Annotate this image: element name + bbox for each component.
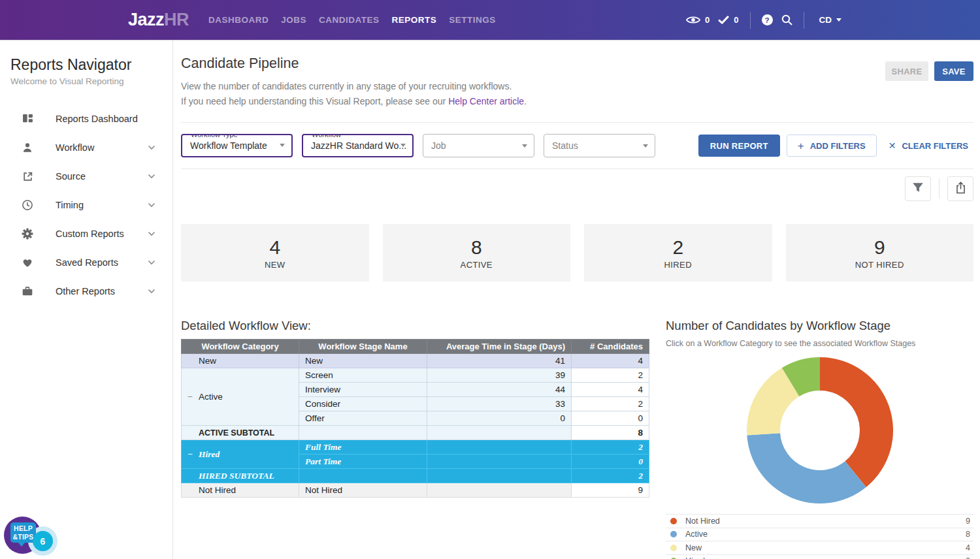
main-content: Candidate Pipeline View the number of ca… bbox=[173, 40, 980, 559]
clock-icon bbox=[21, 199, 34, 211]
table-cell: 0 bbox=[572, 411, 649, 426]
donut-slice-not-hired[interactable] bbox=[820, 357, 893, 487]
table-cell: 9 bbox=[572, 483, 649, 498]
table-cell: New bbox=[299, 354, 427, 368]
column-header: Workflow Category bbox=[182, 340, 299, 354]
table-cell: 4 bbox=[572, 354, 649, 368]
add-filters-button[interactable]: +ADD FILTERS bbox=[787, 135, 877, 157]
table-cell bbox=[299, 469, 427, 483]
sidebar-item-workflow[interactable]: Workflow bbox=[0, 133, 172, 162]
table-cell: Interview bbox=[299, 383, 427, 397]
tasks-count: 0 bbox=[734, 15, 738, 25]
chevron-down-icon bbox=[643, 144, 648, 148]
jazzhr-logo[interactable]: JazzHR bbox=[128, 10, 189, 30]
export-button[interactable] bbox=[947, 176, 973, 201]
sidebar-item-label: Saved Reports bbox=[56, 257, 118, 268]
filter-toggle-button[interactable] bbox=[905, 176, 931, 201]
clear-filters-button[interactable]: ✕CLEAR FILTERS bbox=[883, 140, 973, 151]
job-placeholder: Job bbox=[431, 140, 446, 151]
sidebar-item-label: Reports Dashboard bbox=[56, 114, 138, 124]
job-select[interactable]: Job bbox=[423, 134, 534, 157]
search-icon[interactable] bbox=[781, 14, 792, 25]
legend-item-active[interactable]: Active 8 bbox=[666, 528, 973, 541]
table-cell: 0 bbox=[572, 455, 649, 469]
stat-label: HIRED bbox=[664, 260, 692, 270]
collapse-icon[interactable]: − bbox=[188, 449, 199, 460]
table-row[interactable]: NewNew414 bbox=[182, 354, 649, 368]
report-header-text: Candidate Pipeline View the number of ca… bbox=[181, 56, 527, 109]
nav-link-reports[interactable]: REPORTS bbox=[392, 15, 437, 25]
help-tips-widget[interactable]: HELP &TIPS 6 bbox=[4, 515, 59, 558]
page-title: Candidate Pipeline bbox=[181, 56, 527, 72]
status-select[interactable]: Status bbox=[544, 134, 655, 157]
stat-card-active[interactable]: 8 ACTIVE bbox=[383, 224, 571, 281]
table-cell: 2 bbox=[572, 397, 649, 411]
table-row[interactable]: HIRED SUBTOTAL2 bbox=[182, 469, 649, 483]
collapse-icon[interactable]: − bbox=[188, 392, 199, 402]
sidebar-item-reports-dashboard[interactable]: Reports Dashboard bbox=[0, 104, 172, 133]
export-icon bbox=[955, 182, 966, 197]
chart-subtitle: Click on a Workflow Category to see the … bbox=[666, 339, 973, 348]
table-cell: Offer bbox=[299, 411, 427, 426]
summary-cards: 4 NEW 8 ACTIVE 2 HIRED 9 NOT HIRED bbox=[181, 224, 973, 281]
sidebar-item-saved-reports[interactable]: Saved Reports bbox=[0, 248, 172, 277]
chart-legend: Not Hired 9 Active 8 New 4 Hired 2 bbox=[666, 514, 973, 559]
legend-label: New bbox=[685, 543, 702, 552]
donut-slice-active[interactable] bbox=[747, 433, 866, 503]
table-cell: −Active bbox=[182, 368, 299, 426]
stat-label: NOT HIRED bbox=[855, 260, 904, 270]
legend-item-new[interactable]: New 4 bbox=[666, 541, 973, 554]
stat-card-not-hired[interactable]: 9 NOT HIRED bbox=[786, 224, 974, 281]
table-cell: Not Hired bbox=[299, 483, 427, 498]
column-header: # Candidates bbox=[572, 340, 649, 354]
help-center-link[interactable]: Help Center article bbox=[448, 96, 524, 106]
report-tools bbox=[181, 176, 973, 201]
workflow-select[interactable]: Workflow JazzHR Standard Wo... bbox=[302, 134, 414, 157]
table-row[interactable]: −HiredFull Time2 bbox=[182, 440, 649, 455]
donut-chart[interactable] bbox=[666, 350, 973, 511]
chart-title: Number of Candidates by Workflow Stage bbox=[666, 319, 973, 333]
stat-card-hired[interactable]: 2 HIRED bbox=[584, 224, 772, 281]
chevron-down-icon bbox=[148, 231, 155, 236]
sidebar-item-source[interactable]: Source bbox=[0, 162, 172, 191]
table-cell: −Hired bbox=[182, 440, 299, 469]
jazzhr-app: JazzHR DASHBOARDJOBSCANDIDATESREPORTSSET… bbox=[0, 0, 980, 559]
table-cell bbox=[427, 483, 572, 498]
save-button[interactable]: SAVE bbox=[934, 61, 973, 81]
nav-link-settings[interactable]: SETTINGS bbox=[449, 15, 496, 25]
legend-label: Not Hired bbox=[685, 517, 720, 526]
workflow-type-value: Workflow Template bbox=[190, 140, 267, 151]
reports-navigator-sidebar: Reports Navigator Welcome to Visual Repo… bbox=[0, 40, 173, 559]
header-buttons: SHARE SAVE bbox=[885, 56, 973, 109]
tasks-counter[interactable]: 0 bbox=[718, 15, 738, 25]
nav-link-dashboard[interactable]: DASHBOARD bbox=[208, 15, 269, 25]
nav-link-candidates[interactable]: CANDIDATES bbox=[319, 15, 380, 25]
sidebar-item-label: Custom Reports bbox=[56, 229, 124, 239]
sidebar-item-timing[interactable]: Timing bbox=[0, 191, 172, 219]
sidebar-item-other-reports[interactable]: Other Reports bbox=[0, 277, 172, 306]
table-row[interactable]: −ActiveScreen392 bbox=[182, 368, 649, 383]
table-cell: 41 bbox=[427, 354, 572, 368]
table-row[interactable]: Not HiredNot Hired9 bbox=[182, 483, 649, 498]
run-report-button[interactable]: RUN REPORT bbox=[698, 135, 780, 157]
help-icon[interactable]: ? bbox=[762, 14, 773, 25]
user-menu[interactable]: CD bbox=[819, 15, 842, 25]
eye-icon bbox=[686, 15, 700, 25]
workflow-type-select[interactable]: Workflow Type Workflow Template bbox=[181, 134, 293, 157]
share-button[interactable]: SHARE bbox=[885, 61, 928, 81]
legend-item-not-hired[interactable]: Not Hired 9 bbox=[666, 514, 973, 528]
sidebar-menu: Reports Dashboard Workflow Source Timing… bbox=[0, 104, 172, 306]
nav-link-jobs[interactable]: JOBS bbox=[281, 15, 306, 25]
table-cell: 2 bbox=[572, 469, 649, 483]
chevron-down-icon bbox=[836, 18, 841, 22]
stat-card-new[interactable]: 4 NEW bbox=[181, 224, 369, 281]
table-cell: 33 bbox=[427, 397, 572, 411]
table-row[interactable]: ACTIVE SUBTOTAL8 bbox=[182, 426, 649, 440]
watch-counter[interactable]: 0 bbox=[686, 15, 710, 25]
chevron-down-icon bbox=[148, 260, 155, 265]
sidebar-item-custom-reports[interactable]: Custom Reports bbox=[0, 219, 172, 248]
legend-dot bbox=[670, 531, 677, 537]
legend-item-hired[interactable]: Hired 2 bbox=[666, 554, 973, 559]
briefcase-icon bbox=[21, 285, 34, 297]
stat-value: 4 bbox=[269, 236, 280, 259]
